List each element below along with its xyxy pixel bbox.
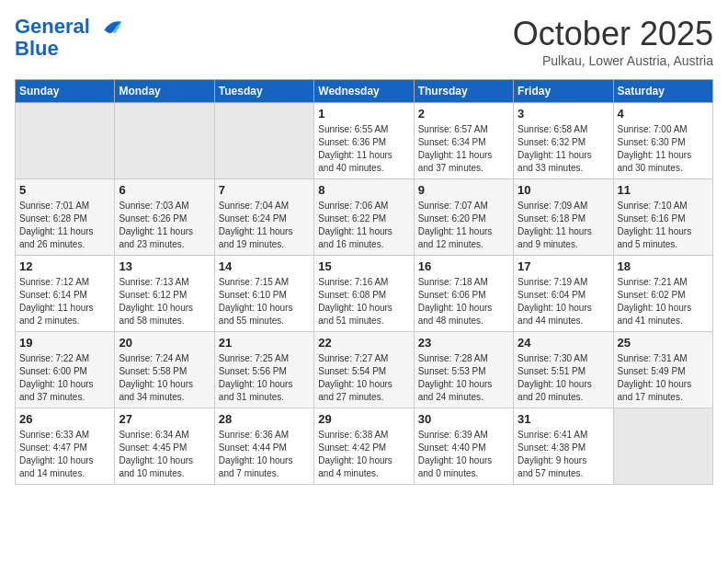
day-number: 9	[418, 183, 509, 197]
day-number: 21	[219, 336, 310, 350]
day-number: 17	[518, 259, 609, 273]
day-info: Sunrise: 7:31 AM Sunset: 5:49 PM Dayligh…	[618, 352, 709, 404]
calendar-cell	[16, 103, 115, 179]
calendar-week-5: 26Sunrise: 6:33 AM Sunset: 4:47 PM Dayli…	[16, 408, 713, 485]
day-info: Sunrise: 7:01 AM Sunset: 6:28 PM Dayligh…	[19, 200, 110, 251]
calendar-cell: 3Sunrise: 6:58 AM Sunset: 6:32 PM Daylig…	[514, 103, 613, 179]
day-number: 13	[119, 259, 210, 273]
day-number: 20	[119, 336, 210, 350]
day-number: 8	[318, 183, 409, 197]
calendar-cell: 14Sunrise: 7:15 AM Sunset: 6:10 PM Dayli…	[214, 256, 313, 332]
calendar-cell: 8Sunrise: 7:06 AM Sunset: 6:22 PM Daylig…	[314, 179, 414, 256]
calendar-cell: 15Sunrise: 7:16 AM Sunset: 6:08 PM Dayli…	[314, 256, 414, 332]
day-number: 16	[418, 259, 509, 273]
day-info: Sunrise: 7:12 AM Sunset: 6:14 PM Dayligh…	[19, 276, 110, 327]
calendar-cell: 10Sunrise: 7:09 AM Sunset: 6:18 PM Dayli…	[514, 179, 613, 256]
month-title: October 2025	[513, 15, 713, 53]
day-number: 10	[518, 183, 609, 197]
day-number: 4	[618, 107, 709, 121]
calendar-cell: 21Sunrise: 7:25 AM Sunset: 5:56 PM Dayli…	[214, 332, 313, 408]
day-header-tuesday: Tuesday	[214, 80, 313, 103]
calendar-week-2: 5Sunrise: 7:01 AM Sunset: 6:28 PM Daylig…	[16, 179, 713, 256]
calendar-cell: 30Sunrise: 6:39 AM Sunset: 4:40 PM Dayli…	[414, 408, 513, 485]
day-number: 18	[618, 259, 709, 273]
calendar-cell: 27Sunrise: 6:34 AM Sunset: 4:45 PM Dayli…	[115, 408, 214, 485]
day-info: Sunrise: 7:03 AM Sunset: 6:26 PM Dayligh…	[119, 200, 210, 251]
day-number: 29	[318, 412, 409, 426]
calendar-week-4: 19Sunrise: 7:22 AM Sunset: 6:00 PM Dayli…	[16, 332, 713, 408]
day-number: 15	[318, 259, 409, 273]
day-number: 5	[19, 183, 110, 197]
day-info: Sunrise: 7:15 AM Sunset: 6:10 PM Dayligh…	[219, 276, 310, 327]
day-info: Sunrise: 7:19 AM Sunset: 6:04 PM Dayligh…	[518, 276, 609, 327]
day-info: Sunrise: 7:06 AM Sunset: 6:22 PM Dayligh…	[318, 200, 409, 251]
day-number: 30	[418, 412, 509, 426]
day-number: 26	[19, 412, 110, 426]
calendar-cell: 31Sunrise: 6:41 AM Sunset: 4:38 PM Dayli…	[514, 408, 613, 485]
day-info: Sunrise: 7:16 AM Sunset: 6:08 PM Dayligh…	[318, 276, 409, 327]
day-number: 28	[219, 412, 310, 426]
calendar-cell: 29Sunrise: 6:38 AM Sunset: 4:42 PM Dayli…	[314, 408, 414, 485]
page-header: General Blue October 2025 Pulkau, Lower …	[15, 15, 713, 68]
day-number: 3	[518, 107, 609, 121]
calendar-cell: 7Sunrise: 7:04 AM Sunset: 6:24 PM Daylig…	[214, 179, 313, 256]
day-info: Sunrise: 6:33 AM Sunset: 4:47 PM Dayligh…	[19, 429, 110, 480]
day-number: 11	[618, 183, 709, 197]
calendar-cell: 11Sunrise: 7:10 AM Sunset: 6:16 PM Dayli…	[613, 179, 712, 256]
day-number: 23	[418, 336, 509, 350]
day-header-friday: Friday	[514, 80, 613, 103]
calendar-cell: 5Sunrise: 7:01 AM Sunset: 6:28 PM Daylig…	[16, 179, 115, 256]
calendar-cell	[613, 408, 712, 485]
calendar-cell: 18Sunrise: 7:21 AM Sunset: 6:02 PM Dayli…	[613, 256, 712, 332]
calendar-cell: 19Sunrise: 7:22 AM Sunset: 6:00 PM Dayli…	[16, 332, 115, 408]
day-number: 19	[19, 336, 110, 350]
calendar-cell: 1Sunrise: 6:55 AM Sunset: 6:36 PM Daylig…	[314, 103, 414, 179]
calendar-cell: 28Sunrise: 6:36 AM Sunset: 4:44 PM Dayli…	[214, 408, 313, 485]
day-info: Sunrise: 7:18 AM Sunset: 6:06 PM Dayligh…	[418, 276, 509, 327]
day-number: 27	[119, 412, 210, 426]
calendar-cell: 2Sunrise: 6:57 AM Sunset: 6:34 PM Daylig…	[414, 103, 513, 179]
calendar-week-1: 1Sunrise: 6:55 AM Sunset: 6:36 PM Daylig…	[16, 103, 713, 179]
calendar-cell: 17Sunrise: 7:19 AM Sunset: 6:04 PM Dayli…	[514, 256, 613, 332]
day-info: Sunrise: 6:58 AM Sunset: 6:32 PM Dayligh…	[518, 123, 609, 175]
days-header-row: SundayMondayTuesdayWednesdayThursdayFrid…	[16, 80, 713, 103]
calendar-cell: 25Sunrise: 7:31 AM Sunset: 5:49 PM Dayli…	[613, 332, 712, 408]
day-info: Sunrise: 7:28 AM Sunset: 5:53 PM Dayligh…	[418, 352, 509, 404]
day-info: Sunrise: 6:36 AM Sunset: 4:44 PM Dayligh…	[219, 429, 310, 480]
day-number: 1	[318, 107, 409, 121]
day-info: Sunrise: 7:07 AM Sunset: 6:20 PM Dayligh…	[418, 200, 509, 251]
day-info: Sunrise: 6:57 AM Sunset: 6:34 PM Dayligh…	[418, 123, 509, 175]
day-info: Sunrise: 7:04 AM Sunset: 6:24 PM Dayligh…	[219, 200, 310, 251]
calendar-cell: 26Sunrise: 6:33 AM Sunset: 4:47 PM Dayli…	[16, 408, 115, 485]
day-number: 25	[618, 336, 709, 350]
logo-general: General	[15, 15, 90, 38]
day-number: 12	[19, 259, 110, 273]
calendar-cell: 4Sunrise: 7:00 AM Sunset: 6:30 PM Daylig…	[613, 103, 712, 179]
day-number: 22	[318, 336, 409, 350]
calendar-cell	[115, 103, 214, 179]
day-header-wednesday: Wednesday	[314, 80, 414, 103]
calendar-cell: 9Sunrise: 7:07 AM Sunset: 6:20 PM Daylig…	[414, 179, 513, 256]
calendar-cell: 20Sunrise: 7:24 AM Sunset: 5:58 PM Dayli…	[115, 332, 214, 408]
day-number: 2	[418, 107, 509, 121]
location-subtitle: Pulkau, Lower Austria, Austria	[513, 53, 713, 68]
day-number: 7	[219, 183, 310, 197]
calendar-cell: 22Sunrise: 7:27 AM Sunset: 5:54 PM Dayli…	[314, 332, 414, 408]
day-info: Sunrise: 7:30 AM Sunset: 5:51 PM Dayligh…	[518, 352, 609, 404]
calendar-cell	[214, 103, 313, 179]
day-info: Sunrise: 7:27 AM Sunset: 5:54 PM Dayligh…	[318, 352, 409, 404]
logo-bird-icon	[97, 15, 123, 40]
calendar-cell: 16Sunrise: 7:18 AM Sunset: 6:06 PM Dayli…	[414, 256, 513, 332]
day-info: Sunrise: 7:13 AM Sunset: 6:12 PM Dayligh…	[119, 276, 210, 327]
day-number: 24	[518, 336, 609, 350]
day-info: Sunrise: 6:39 AM Sunset: 4:40 PM Dayligh…	[418, 429, 509, 480]
calendar-cell: 12Sunrise: 7:12 AM Sunset: 6:14 PM Dayli…	[16, 256, 115, 332]
day-number: 6	[119, 183, 210, 197]
calendar-table: SundayMondayTuesdayWednesdayThursdayFrid…	[15, 79, 713, 485]
day-info: Sunrise: 7:25 AM Sunset: 5:56 PM Dayligh…	[219, 352, 310, 404]
day-info: Sunrise: 7:09 AM Sunset: 6:18 PM Dayligh…	[518, 200, 609, 251]
day-info: Sunrise: 7:10 AM Sunset: 6:16 PM Dayligh…	[618, 200, 709, 251]
title-block: October 2025 Pulkau, Lower Austria, Aust…	[513, 15, 713, 68]
day-info: Sunrise: 6:38 AM Sunset: 4:42 PM Dayligh…	[318, 429, 409, 480]
day-info: Sunrise: 7:24 AM Sunset: 5:58 PM Dayligh…	[119, 352, 210, 404]
